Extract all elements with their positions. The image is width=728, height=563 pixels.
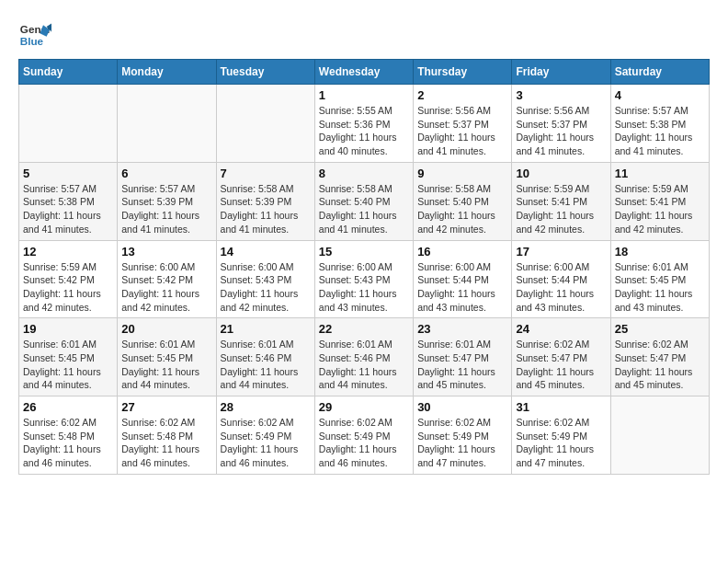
day-number: 28 (221, 400, 311, 414)
day-number: 11 (615, 167, 705, 180)
calendar-cell (19, 85, 118, 163)
header-thursday: Thursday (414, 60, 512, 85)
header-monday: Monday (118, 60, 216, 85)
week-row-3: 12Sunrise: 5:59 AMSunset: 5:42 PMDayligh… (19, 240, 710, 318)
day-info: Sunrise: 6:01 AMSunset: 5:45 PMDaylight:… (121, 338, 211, 392)
day-number: 24 (516, 322, 606, 336)
calendar-cell: 4Sunrise: 5:57 AMSunset: 5:38 PMDaylight… (610, 85, 709, 163)
day-info: Sunrise: 5:58 AMSunset: 5:39 PMDaylight:… (221, 182, 311, 236)
calendar-header-row: SundayMondayTuesdayWednesdayThursdayFrid… (19, 60, 710, 85)
day-number: 10 (516, 167, 606, 180)
day-number: 8 (319, 167, 409, 180)
header-tuesday: Tuesday (216, 60, 314, 85)
day-info: Sunrise: 5:59 AMSunset: 5:42 PMDaylight:… (23, 260, 113, 315)
day-info: Sunrise: 6:00 AMSunset: 5:44 PMDaylight:… (417, 260, 507, 315)
calendar-cell: 29Sunrise: 6:02 AMSunset: 5:49 PMDayligh… (314, 396, 413, 475)
week-row-2: 5Sunrise: 5:57 AMSunset: 5:38 PMDaylight… (19, 162, 710, 240)
day-info: Sunrise: 6:02 AMSunset: 5:48 PMDaylight:… (23, 416, 113, 470)
day-number: 7 (221, 167, 311, 180)
day-info: Sunrise: 5:57 AMSunset: 5:38 PMDaylight:… (23, 182, 113, 236)
day-info: Sunrise: 6:01 AMSunset: 5:47 PMDaylight:… (417, 338, 507, 392)
calendar-cell: 24Sunrise: 6:02 AMSunset: 5:47 PMDayligh… (512, 318, 610, 396)
header-saturday: Saturday (610, 60, 709, 85)
calendar-cell: 16Sunrise: 6:00 AMSunset: 5:44 PMDayligh… (414, 240, 512, 318)
day-number: 27 (121, 400, 211, 414)
logo: General Blue (18, 18, 51, 52)
calendar-cell: 10Sunrise: 5:59 AMSunset: 5:41 PMDayligh… (512, 162, 610, 240)
calendar-cell: 1Sunrise: 5:55 AMSunset: 5:36 PMDaylight… (314, 85, 413, 163)
day-info: Sunrise: 6:02 AMSunset: 5:47 PMDaylight:… (516, 338, 606, 392)
day-number: 29 (319, 400, 409, 414)
day-info: Sunrise: 5:56 AMSunset: 5:37 PMDaylight:… (516, 104, 606, 158)
week-row-4: 19Sunrise: 6:01 AMSunset: 5:45 PMDayligh… (19, 318, 710, 396)
day-info: Sunrise: 6:00 AMSunset: 5:42 PMDaylight:… (121, 260, 211, 315)
day-number: 15 (319, 245, 409, 259)
calendar-cell: 19Sunrise: 6:01 AMSunset: 5:45 PMDayligh… (19, 318, 118, 396)
day-number: 25 (615, 322, 705, 336)
day-info: Sunrise: 5:58 AMSunset: 5:40 PMDaylight:… (319, 182, 409, 236)
calendar-cell: 28Sunrise: 6:02 AMSunset: 5:49 PMDayligh… (216, 396, 314, 475)
day-info: Sunrise: 6:02 AMSunset: 5:49 PMDaylight:… (417, 416, 507, 470)
calendar-table: SundayMondayTuesdayWednesdayThursdayFrid… (18, 59, 710, 475)
calendar-cell: 18Sunrise: 6:01 AMSunset: 5:45 PMDayligh… (610, 240, 709, 318)
calendar-cell: 23Sunrise: 6:01 AMSunset: 5:47 PMDayligh… (414, 318, 512, 396)
day-number: 14 (221, 245, 311, 259)
day-info: Sunrise: 6:02 AMSunset: 5:49 PMDaylight:… (319, 416, 409, 470)
day-info: Sunrise: 6:00 AMSunset: 5:43 PMDaylight:… (221, 260, 311, 315)
day-number: 19 (23, 322, 113, 336)
day-number: 20 (121, 322, 211, 336)
day-number: 3 (516, 88, 606, 102)
calendar-cell: 21Sunrise: 6:01 AMSunset: 5:46 PMDayligh… (216, 318, 314, 396)
calendar-cell (216, 85, 314, 163)
day-info: Sunrise: 6:02 AMSunset: 5:47 PMDaylight:… (615, 338, 705, 392)
day-info: Sunrise: 6:01 AMSunset: 5:46 PMDaylight:… (319, 338, 409, 392)
day-number: 18 (615, 245, 705, 259)
day-info: Sunrise: 5:59 AMSunset: 5:41 PMDaylight:… (615, 182, 705, 236)
header-friday: Friday (512, 60, 610, 85)
day-number: 30 (417, 400, 507, 414)
svg-text:Blue: Blue (20, 35, 44, 47)
day-info: Sunrise: 5:55 AMSunset: 5:36 PMDaylight:… (319, 104, 409, 158)
day-number: 4 (615, 88, 705, 102)
day-info: Sunrise: 6:00 AMSunset: 5:43 PMDaylight:… (319, 260, 409, 315)
day-number: 1 (319, 88, 409, 102)
calendar-cell: 5Sunrise: 5:57 AMSunset: 5:38 PMDaylight… (19, 162, 118, 240)
day-info: Sunrise: 5:56 AMSunset: 5:37 PMDaylight:… (417, 104, 507, 158)
day-info: Sunrise: 5:59 AMSunset: 5:41 PMDaylight:… (516, 182, 606, 236)
calendar-cell: 13Sunrise: 6:00 AMSunset: 5:42 PMDayligh… (118, 240, 216, 318)
calendar-cell: 25Sunrise: 6:02 AMSunset: 5:47 PMDayligh… (610, 318, 709, 396)
day-number: 16 (417, 245, 507, 259)
day-info: Sunrise: 6:02 AMSunset: 5:49 PMDaylight:… (221, 416, 311, 470)
calendar-cell: 12Sunrise: 5:59 AMSunset: 5:42 PMDayligh… (19, 240, 118, 318)
page-header: General Blue (18, 18, 710, 52)
calendar-cell: 15Sunrise: 6:00 AMSunset: 5:43 PMDayligh… (314, 240, 413, 318)
calendar-cell: 6Sunrise: 5:57 AMSunset: 5:39 PMDaylight… (118, 162, 216, 240)
day-info: Sunrise: 6:00 AMSunset: 5:44 PMDaylight:… (516, 260, 606, 315)
calendar-cell: 7Sunrise: 5:58 AMSunset: 5:39 PMDaylight… (216, 162, 314, 240)
day-info: Sunrise: 5:57 AMSunset: 5:38 PMDaylight:… (615, 104, 705, 158)
calendar-cell: 17Sunrise: 6:00 AMSunset: 5:44 PMDayligh… (512, 240, 610, 318)
day-info: Sunrise: 6:01 AMSunset: 5:46 PMDaylight:… (221, 338, 311, 392)
day-info: Sunrise: 5:57 AMSunset: 5:39 PMDaylight:… (121, 182, 211, 236)
week-row-1: 1Sunrise: 5:55 AMSunset: 5:36 PMDaylight… (19, 85, 710, 163)
logo-icon: General Blue (18, 18, 51, 52)
calendar-cell: 26Sunrise: 6:02 AMSunset: 5:48 PMDayligh… (19, 396, 118, 475)
day-info: Sunrise: 5:58 AMSunset: 5:40 PMDaylight:… (417, 182, 507, 236)
day-number: 22 (319, 322, 409, 336)
calendar-cell: 11Sunrise: 5:59 AMSunset: 5:41 PMDayligh… (610, 162, 709, 240)
calendar-cell: 14Sunrise: 6:00 AMSunset: 5:43 PMDayligh… (216, 240, 314, 318)
day-info: Sunrise: 6:02 AMSunset: 5:48 PMDaylight:… (121, 416, 211, 470)
day-number: 13 (121, 245, 211, 259)
day-number: 5 (23, 167, 113, 180)
calendar-cell: 30Sunrise: 6:02 AMSunset: 5:49 PMDayligh… (414, 396, 512, 475)
day-number: 6 (121, 167, 211, 180)
calendar-cell: 3Sunrise: 5:56 AMSunset: 5:37 PMDaylight… (512, 85, 610, 163)
day-number: 9 (417, 167, 507, 180)
day-number: 12 (23, 245, 113, 259)
header-wednesday: Wednesday (314, 60, 413, 85)
day-number: 2 (417, 88, 507, 102)
calendar-cell: 2Sunrise: 5:56 AMSunset: 5:37 PMDaylight… (414, 85, 512, 163)
calendar-cell: 8Sunrise: 5:58 AMSunset: 5:40 PMDaylight… (314, 162, 413, 240)
calendar-cell: 27Sunrise: 6:02 AMSunset: 5:48 PMDayligh… (118, 396, 216, 475)
calendar-cell: 9Sunrise: 5:58 AMSunset: 5:40 PMDaylight… (414, 162, 512, 240)
